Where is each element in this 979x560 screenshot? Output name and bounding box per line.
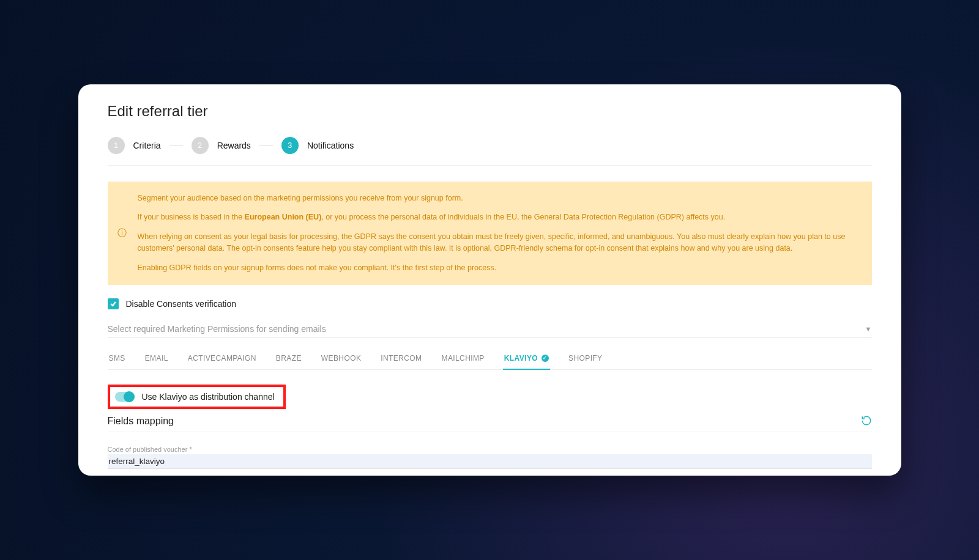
tab-webhook[interactable]: WEBHOOK xyxy=(320,348,362,370)
alert-text: If your business is based in the xyxy=(138,213,245,221)
step-notifications[interactable]: 3 Notifications xyxy=(281,137,354,154)
tab-activecampaign[interactable]: ACTIVECAMPAIGN xyxy=(187,348,258,370)
tab-braze[interactable]: BRAZE xyxy=(275,348,303,370)
tab-intercom[interactable]: INTERCOM xyxy=(379,348,423,370)
toggle-knob xyxy=(124,391,135,402)
tab-email[interactable]: EMAIL xyxy=(144,348,169,370)
tab-sms[interactable]: SMS xyxy=(108,348,127,370)
select-placeholder: Select required Marketing Permissions fo… xyxy=(108,324,326,334)
step-rewards[interactable]: 2 Rewards xyxy=(192,137,251,154)
disable-consents-checkbox[interactable] xyxy=(108,298,119,309)
step-number: 2 xyxy=(192,137,209,154)
alert-line: Enabling GDPR fields on your signup form… xyxy=(138,262,857,274)
tab-label: BRAZE xyxy=(276,354,302,363)
tab-label: EMAIL xyxy=(145,354,168,363)
tab-klaviyo[interactable]: KLAVIYO ✓ xyxy=(503,348,550,370)
tab-label: ACTIVECAMPAIGN xyxy=(188,354,256,363)
tab-label: WEBHOOK xyxy=(321,354,361,363)
step-label: Rewards xyxy=(217,141,251,150)
info-icon: ⓘ xyxy=(117,193,127,274)
step-label: Notifications xyxy=(307,141,354,150)
alert-bold: European Union (EU) xyxy=(245,213,322,221)
card-body: Edit referral tier 1 Criteria 2 Rewards … xyxy=(78,84,901,476)
gdpr-info-alert: ⓘ Segment your audience based on the mar… xyxy=(108,182,872,285)
use-klaviyo-toggle[interactable] xyxy=(115,392,135,402)
step-connector xyxy=(169,146,183,146)
modal-card: Edit referral tier 1 Criteria 2 Rewards … xyxy=(78,84,901,476)
step-connector xyxy=(259,146,273,146)
step-criteria[interactable]: 1 Criteria xyxy=(108,137,161,154)
stepper: 1 Criteria 2 Rewards 3 Notifications xyxy=(108,137,872,166)
alert-line: When relying on consent as your legal ba… xyxy=(138,231,857,255)
highlighted-toggle-area: Use Klaviyo as distribution channel xyxy=(108,385,286,409)
checkbox-label: Disable Consents verification xyxy=(126,299,237,309)
section-heading: Fields mapping xyxy=(108,416,174,427)
check-badge-icon: ✓ xyxy=(542,355,549,362)
fields-mapping-header: Fields mapping xyxy=(108,415,872,432)
tab-label: SHOPIFY xyxy=(568,354,602,363)
channel-tabs: SMS EMAIL ACTIVECAMPAIGN BRAZE WEBHOOK I… xyxy=(108,348,872,370)
alert-text: , or you process the personal data of in… xyxy=(321,213,725,221)
alert-line: Segment your audience based on the marke… xyxy=(138,193,857,204)
step-label: Criteria xyxy=(133,141,161,150)
step-number: 3 xyxy=(281,137,299,154)
page-title: Edit referral tier xyxy=(108,103,872,120)
voucher-code-input[interactable] xyxy=(108,454,872,469)
reset-icon[interactable] xyxy=(861,415,872,428)
alert-body: Segment your audience based on the marke… xyxy=(138,193,857,274)
field-label: Code of published voucher * xyxy=(108,446,872,453)
tab-label: INTERCOM xyxy=(381,354,422,363)
tab-label: SMS xyxy=(109,354,125,363)
alert-line: If your business is based in the Europea… xyxy=(138,212,857,223)
toggle-label: Use Klaviyo as distribution channel xyxy=(142,392,275,402)
chevron-down-icon: ▼ xyxy=(865,325,872,333)
voucher-code-field: Code of published voucher * xyxy=(108,446,872,469)
tab-label: KLAVIYO xyxy=(504,354,538,363)
disable-consents-row: Disable Consents verification xyxy=(108,298,872,309)
tab-label: MAILCHIMP xyxy=(442,354,485,363)
step-number: 1 xyxy=(108,137,125,154)
marketing-permissions-select[interactable]: Select required Marketing Permissions fo… xyxy=(108,324,872,338)
tab-shopify[interactable]: SHOPIFY xyxy=(567,348,603,370)
tab-mailchimp[interactable]: MAILCHIMP xyxy=(441,348,486,370)
